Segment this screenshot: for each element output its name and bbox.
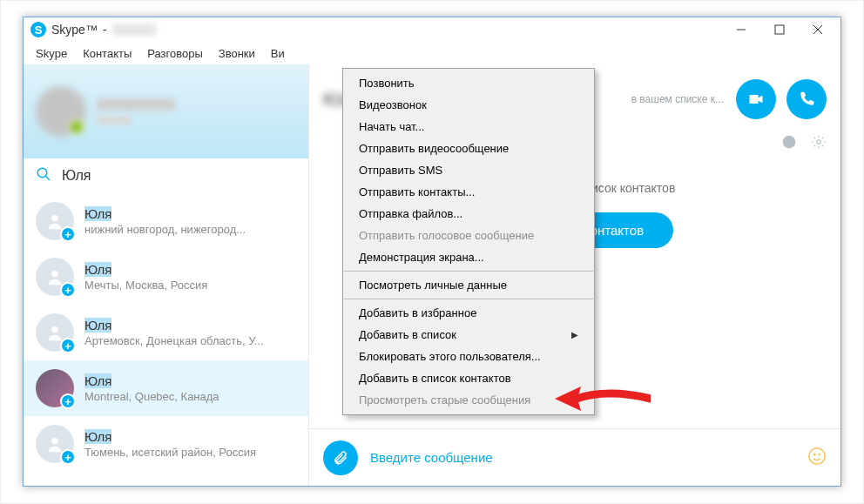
contacts-list: +Юлянижний новгород, нижегород...+ЮляМеч… bbox=[24, 193, 308, 486]
contact-location: Тюмень, исетский район, Россия bbox=[84, 446, 256, 459]
emoji-button[interactable] bbox=[807, 447, 827, 468]
minimize-button[interactable] bbox=[722, 18, 760, 41]
search-row bbox=[24, 158, 308, 193]
composer: Введите сообщение bbox=[309, 428, 840, 486]
svg-point-12 bbox=[809, 448, 825, 464]
context-menu-separator bbox=[344, 299, 593, 299]
svg-point-13 bbox=[814, 454, 815, 455]
context-menu-item[interactable]: Отправка файлов... bbox=[343, 203, 594, 225]
context-menu-item[interactable]: Добавить в избранное bbox=[343, 302, 594, 324]
window-controls bbox=[722, 18, 837, 41]
contact-avatar: + bbox=[36, 425, 74, 463]
context-menu-item-label: Добавить в список контактов bbox=[359, 372, 511, 385]
submenu-arrow-icon: ▶ bbox=[571, 330, 578, 339]
profile-status bbox=[97, 116, 132, 124]
attach-button[interactable] bbox=[323, 440, 358, 475]
contact-location: Артемовск, Донецкая область, У... bbox=[84, 334, 264, 347]
context-menu-item-label: Демонстрация экрана... bbox=[359, 251, 484, 264]
profile-area[interactable] bbox=[24, 64, 308, 158]
contact-avatar: + bbox=[36, 313, 74, 352]
audio-call-button[interactable] bbox=[786, 79, 827, 119]
add-contact-badge-icon: + bbox=[60, 282, 76, 298]
contact-name: Юля bbox=[84, 262, 207, 277]
close-button[interactable] bbox=[799, 18, 837, 41]
app-label: Skype™ bbox=[51, 23, 98, 37]
menu-view[interactable]: Ви bbox=[264, 44, 292, 63]
context-menu-item: Просмотреть старые сообщения bbox=[343, 389, 594, 411]
titlebar: S Skype™ - bbox=[24, 17, 840, 42]
context-menu-item[interactable]: Начать чат... bbox=[343, 116, 594, 138]
context-menu-item[interactable]: Добавить в список▶ bbox=[343, 324, 594, 346]
contact-item[interactable]: +ЮляМечты, Москва, Россия bbox=[24, 249, 308, 305]
svg-point-11 bbox=[817, 140, 821, 144]
search-input[interactable] bbox=[62, 168, 296, 184]
context-menu-item-label: Посмотреть личные данные bbox=[359, 279, 507, 292]
context-menu-item-label: Позвонить bbox=[359, 77, 415, 90]
context-menu-item-label: Отправить видеосообщение bbox=[359, 142, 509, 155]
add-contact-badge-icon: + bbox=[60, 393, 76, 409]
menubar: Skype Контакты Разговоры Звонки Ви bbox=[24, 42, 840, 64]
call-actions bbox=[736, 79, 827, 119]
svg-point-6 bbox=[51, 215, 57, 221]
contact-name: Юля bbox=[84, 318, 264, 333]
contact-location: Мечты, Москва, Россия bbox=[84, 279, 207, 292]
context-menu-item-label: Блокировать этого пользователя... bbox=[359, 350, 541, 363]
contact-avatar: + bbox=[36, 369, 74, 407]
menu-conversations[interactable]: Разговоры bbox=[140, 44, 210, 63]
context-menu-item[interactable]: Демонстрация экрана... bbox=[343, 246, 594, 268]
maximize-button[interactable] bbox=[760, 18, 799, 41]
contact-avatar: + bbox=[36, 202, 74, 240]
skype-logo-icon: S bbox=[30, 22, 46, 37]
add-contact-badge-icon: + bbox=[60, 449, 76, 465]
contact-name: Юля bbox=[84, 429, 256, 444]
contact-item[interactable]: +ЮляMontreal, Quebec, Канада bbox=[24, 360, 308, 416]
contact-item[interactable]: +Юлянижний новгород, нижегород... bbox=[24, 193, 308, 249]
title-sep: - bbox=[103, 23, 107, 37]
context-menu-item[interactable]: Позвонить bbox=[343, 72, 594, 94]
contact-location: нижний новгород, нижегород... bbox=[84, 223, 246, 236]
add-contact-badge-icon: + bbox=[60, 338, 76, 353]
title-username bbox=[112, 24, 156, 36]
sidebar: +Юлянижний новгород, нижегород...+ЮляМеч… bbox=[24, 64, 309, 486]
svg-point-8 bbox=[51, 326, 57, 333]
context-menu-item: Отправить голосовое сообщение bbox=[343, 225, 594, 246]
svg-line-5 bbox=[45, 176, 50, 180]
svg-point-4 bbox=[37, 168, 47, 178]
context-menu-item[interactable]: Отправить видеосообщение bbox=[343, 138, 594, 159]
globe-icon[interactable] bbox=[781, 134, 797, 150]
context-menu-item[interactable]: Видеозвонок bbox=[343, 94, 594, 116]
app-window: S Skype™ - Skype Контакты Разговоры Звон… bbox=[23, 17, 841, 487]
context-menu-item-label: Отправка файлов... bbox=[359, 207, 462, 220]
svg-point-9 bbox=[51, 438, 57, 444]
context-menu-item[interactable]: Отправить контакты... bbox=[343, 181, 594, 203]
svg-rect-1 bbox=[775, 25, 784, 34]
contact-name: Юля bbox=[84, 373, 219, 388]
context-menu-item-label: Отправить SMS bbox=[359, 164, 442, 177]
gear-icon[interactable] bbox=[811, 134, 827, 150]
profile-avatar[interactable] bbox=[36, 86, 86, 137]
context-menu-item[interactable]: Добавить в список контактов bbox=[343, 367, 594, 389]
context-menu-item[interactable]: Блокировать этого пользователя... bbox=[343, 346, 594, 367]
message-input[interactable]: Введите сообщение bbox=[370, 450, 795, 465]
context-menu-item-label: Начать чат... bbox=[359, 120, 424, 133]
context-menu-item[interactable]: Посмотреть личные данные bbox=[343, 274, 594, 296]
context-menu-item-label: Добавить в избранное bbox=[359, 306, 476, 319]
menu-skype[interactable]: Skype bbox=[29, 44, 74, 63]
contact-item[interactable]: +ЮляТюмень, исетский район, Россия bbox=[24, 416, 308, 472]
contact-avatar: + bbox=[36, 258, 74, 296]
contact-item[interactable]: +ЮляАртемовск, Донецкая область, У... bbox=[24, 305, 308, 360]
context-menu-separator bbox=[344, 271, 593, 272]
context-menu-item-label: Видеозвонок bbox=[359, 98, 427, 111]
svg-point-14 bbox=[819, 454, 820, 455]
svg-point-7 bbox=[51, 271, 57, 277]
video-call-button[interactable] bbox=[736, 79, 776, 119]
context-menu-item[interactable]: Отправить SMS bbox=[343, 159, 594, 181]
contact-context-menu: ПозвонитьВидеозвонокНачать чат...Отправи… bbox=[342, 68, 595, 415]
profile-name bbox=[97, 98, 175, 111]
menu-calls[interactable]: Звонки bbox=[212, 44, 262, 63]
context-menu-item-label: Отправить голосовое сообщение bbox=[359, 229, 534, 242]
context-menu-item-label: Просмотреть старые сообщения bbox=[359, 393, 530, 407]
add-contact-badge-icon: + bbox=[60, 226, 76, 242]
menu-contacts[interactable]: Контакты bbox=[76, 44, 138, 63]
contact-location: Montreal, Quebec, Канада bbox=[84, 390, 219, 403]
